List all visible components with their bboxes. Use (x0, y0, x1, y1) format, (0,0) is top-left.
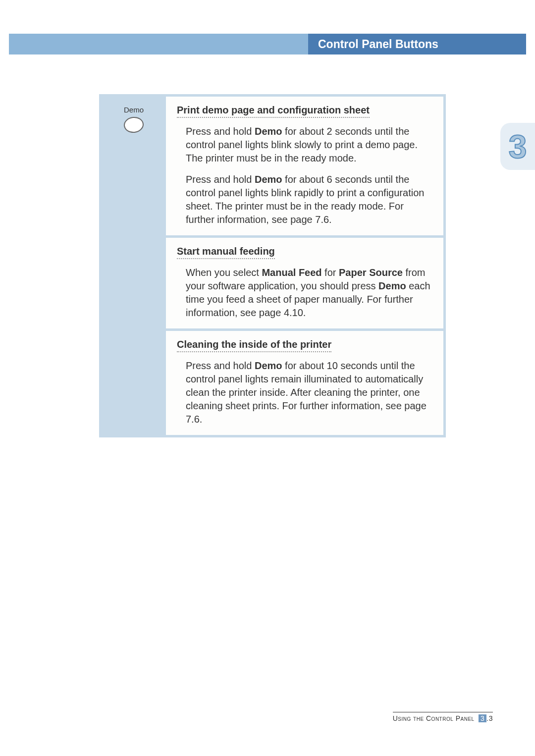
panel-print-demo: Print demo page and configuration sheet … (166, 97, 443, 235)
panel-paragraph: Press and hold Demo for about 6 seconds … (177, 173, 432, 226)
header-bar-left (9, 34, 308, 54)
panel-cleaning: Cleaning the inside of the printer Press… (166, 331, 443, 435)
page-footer: Using the Control Panel 3.3 (393, 712, 493, 722)
header-bar: Control Panel Buttons (9, 34, 526, 54)
panel-heading: Start manual feeding (177, 246, 275, 259)
footer-section-number: 3 (479, 714, 486, 722)
panel-heading: Print demo page and configuration sheet (177, 105, 370, 118)
panels-column: Print demo page and configuration sheet … (166, 97, 443, 435)
panel-paragraph: Press and hold Demo for about 10 seconds… (177, 359, 432, 426)
demo-button-icon (123, 116, 144, 134)
footer-text: Using the Control Panel (393, 714, 475, 722)
content-card: Demo Print demo page and configuration s… (99, 94, 446, 437)
panel-manual-feeding: Start manual feeding When you select Man… (166, 238, 443, 328)
panel-heading: Cleaning the inside of the printer (177, 339, 331, 352)
demo-label: Demo (102, 106, 166, 114)
panel-paragraph: Press and hold Demo for about 2 seconds … (177, 125, 432, 165)
chapter-tab: 3 (500, 123, 535, 170)
demo-button-column: Demo (102, 97, 166, 435)
header-title: Control Panel Buttons (308, 34, 526, 54)
chapter-number: 3 (509, 128, 527, 165)
footer-page-number: .3 (486, 714, 493, 722)
panel-paragraph: When you select Manual Feed for Paper So… (177, 266, 432, 320)
